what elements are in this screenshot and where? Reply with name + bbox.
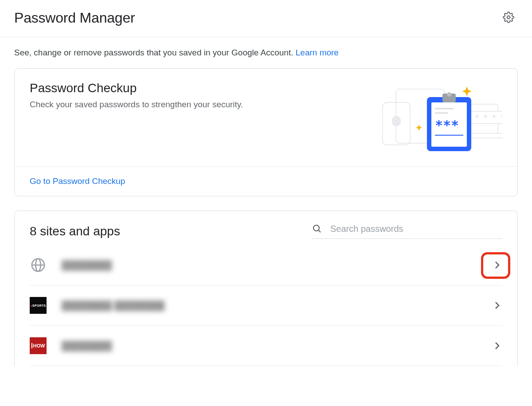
go-to-checkup-link[interactable]: Go to Password Checkup — [30, 176, 125, 186]
globe-icon — [31, 258, 46, 273]
svg-point-0 — [507, 16, 510, 19]
search-icon — [312, 223, 322, 234]
site-name: ████████ ████████ — [62, 301, 477, 311]
page-title: Password Manager — [14, 10, 135, 26]
site-favicon — [30, 257, 47, 273]
gear-icon — [503, 12, 514, 23]
checkup-title: Password Checkup — [30, 81, 243, 95]
chevron-right-icon — [492, 340, 502, 351]
page-header: Password Manager — [0, 0, 532, 37]
site-name: ████████ — [62, 260, 477, 270]
password-row[interactable]: HOW ████████ — [30, 326, 502, 366]
svg-line-15 — [318, 230, 321, 232]
intro-text: See, change or remove passwords that you… — [14, 48, 518, 58]
chevron-right-icon — [492, 300, 502, 311]
search-input[interactable] — [330, 224, 502, 234]
search-passwords-field[interactable] — [312, 223, 502, 239]
learn-more-link[interactable]: Learn more — [296, 48, 339, 57]
svg-text:* * * * |: * * * * | — [475, 113, 502, 122]
site-favicon: HOW — [30, 337, 47, 354]
checkup-subtitle: Check your saved passwords to strengthen… — [30, 100, 243, 109]
svg-point-14 — [313, 225, 319, 231]
passwords-list-card: 8 sites and apps ████████ — [14, 211, 518, 366]
svg-point-9 — [447, 92, 451, 97]
checkup-illustration: * * * * | *** — [321, 81, 502, 154]
chevron-right-icon — [492, 260, 502, 270]
list-heading: 8 sites and apps — [30, 224, 120, 238]
site-name: ████████ — [62, 341, 477, 351]
site-favicon: ●SPORTS — [30, 297, 47, 314]
password-row[interactable]: ████████ — [30, 249, 502, 285]
password-checkup-card: Password Checkup Check your saved passwo… — [14, 68, 518, 196]
svg-text:***: *** — [435, 117, 459, 133]
settings-button[interactable] — [499, 8, 518, 28]
intro-text-content: See, change or remove passwords that you… — [14, 48, 296, 57]
password-row[interactable]: ●SPORTS ████████ ████████ — [30, 285, 502, 326]
